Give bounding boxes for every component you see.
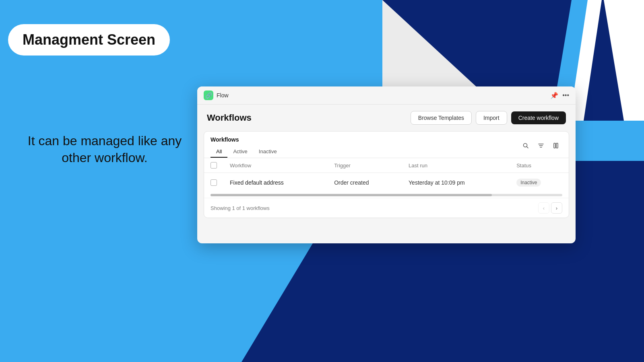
columns-button[interactable] (550, 140, 562, 152)
select-all-checkbox[interactable] (211, 162, 217, 169)
titlebar-left: 🔗 Flow (204, 90, 229, 100)
tabs-container: All Active Inactive (211, 146, 283, 158)
subtitle-area: It can be managed like any other workflo… (20, 133, 189, 166)
app-icon-emoji: 🔗 (205, 92, 212, 99)
browse-templates-button[interactable]: Browse Templates (411, 111, 472, 125)
workflows-actions: Browse Templates Import Create workflow (411, 111, 566, 125)
table-top-bar: Workflows All Active Inactive (204, 132, 569, 158)
search-button[interactable] (520, 140, 532, 152)
col-workflow: Workflow (223, 158, 328, 173)
titlebar-right: 📌 ••• (550, 92, 569, 99)
create-workflow-button[interactable]: Create workflow (511, 111, 566, 124)
svg-rect-11 (556, 143, 558, 148)
window-titlebar: 🔗 Flow 📌 ••• (197, 86, 576, 105)
import-button[interactable]: Import (476, 111, 507, 125)
tab-active[interactable]: Active (227, 146, 253, 158)
more-icon[interactable]: ••• (562, 92, 569, 99)
workflow-table: Workflow Trigger Last run Status Fixed d… (204, 158, 569, 192)
pin-icon[interactable]: 📌 (550, 92, 558, 99)
scroll-thumb (211, 194, 492, 196)
app-icon: 🔗 (204, 90, 213, 100)
table-footer: Showing 1 of 1 workflows ‹ › (204, 198, 569, 218)
filter-button[interactable] (535, 140, 547, 152)
prev-page-button[interactable]: ‹ (538, 202, 549, 214)
svg-line-6 (527, 146, 528, 148)
showing-text: Showing 1 of 1 workflows (211, 205, 270, 211)
pagination: ‹ › (538, 202, 562, 214)
row-checkbox[interactable] (211, 179, 217, 186)
col-last-run: Last run (402, 158, 510, 173)
table-top-right (520, 140, 562, 155)
workflows-header: Workflows Browse Templates Import Create… (197, 105, 576, 131)
status-badge: Inactive (516, 179, 541, 187)
workflows-table-container: Workflows All Active Inactive (204, 131, 569, 218)
app-title: Flow (217, 92, 229, 99)
app-window: 🔗 Flow 📌 ••• Workflows Browse Templates … (197, 86, 576, 243)
row-workflow-name: Fixed default address (223, 173, 328, 193)
workflows-page-title: Workflows (207, 113, 252, 123)
col-trigger: Trigger (328, 158, 402, 173)
table-top-left: Workflows All Active Inactive (211, 136, 283, 158)
row-status: Inactive (510, 173, 569, 193)
svg-rect-10 (554, 143, 555, 148)
next-page-button[interactable]: › (551, 202, 562, 214)
columns-icon (553, 142, 559, 149)
row-checkbox-cell (204, 173, 223, 193)
page-title: Managment Screen (23, 31, 155, 48)
table-section-title: Workflows (211, 136, 283, 143)
col-checkbox (204, 158, 223, 173)
table-row: Fixed default address Order created Yest… (204, 173, 569, 193)
tab-all[interactable]: All (211, 146, 227, 158)
header-title-pill: Managment Screen (8, 24, 170, 56)
table-header-row: Workflow Trigger Last run Status (204, 158, 569, 173)
row-last-run: Yesterday at 10:09 pm (402, 173, 510, 193)
row-trigger: Order created (328, 173, 402, 193)
filter-icon (538, 142, 544, 149)
col-status: Status (510, 158, 569, 173)
search-icon (522, 142, 529, 149)
scroll-indicator[interactable] (211, 194, 562, 196)
tab-inactive[interactable]: Inactive (253, 146, 283, 158)
subtitle-text: It can be managed like any other workflo… (20, 133, 189, 166)
